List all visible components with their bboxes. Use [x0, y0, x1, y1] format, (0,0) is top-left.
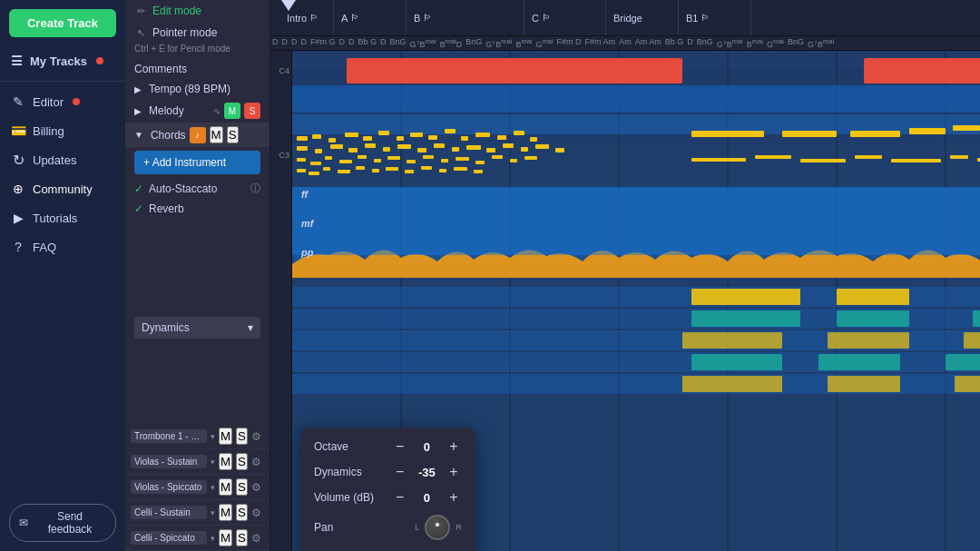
melody-m-button[interactable]: M — [224, 103, 240, 119]
note-label: F#m Am — [583, 37, 618, 49]
community-label: Community — [33, 182, 93, 196]
melody-row[interactable]: ▶ Melody ∿ M S — [125, 99, 270, 123]
celli-spiccato-gear-icon[interactable]: ⚙ — [251, 532, 264, 545]
svg-rect-62 — [374, 159, 381, 162]
celli-sustain-s-button[interactable]: S — [236, 504, 248, 521]
svg-rect-58 — [310, 162, 321, 165]
instrument-select-1[interactable]: Violas - Sustain — [131, 455, 207, 468]
chords-icon: ♪ — [190, 127, 206, 143]
melody-s-button[interactable]: S — [244, 103, 260, 119]
edit-mode-label: Edit mode — [152, 5, 201, 17]
note-label: D — [378, 37, 388, 49]
violas-sustain-s-button[interactable]: S — [236, 453, 248, 470]
list-item: Violas - Sustain ▾ M S ⚙ — [125, 449, 270, 475]
svg-rect-35 — [909, 128, 946, 134]
instrument-select-2[interactable]: Violas - Spiccato — [131, 480, 207, 494]
sidebar-item-community[interactable]: ⊕ Community — [0, 174, 125, 203]
send-feedback-icon: ✉ — [19, 517, 28, 529]
svg-rect-66 — [441, 159, 448, 162]
instrument-chevron-1: ▾ — [211, 458, 215, 467]
svg-rect-73 — [755, 155, 791, 159]
svg-rect-13 — [864, 58, 980, 84]
dynamics-dropdown[interactable]: Dynamics ▾ — [134, 317, 260, 339]
svg-rect-113 — [682, 376, 782, 392]
celli-spiccato-s-button[interactable]: S — [236, 529, 248, 546]
pan-r-label: R — [456, 523, 462, 532]
section-intro[interactable]: Intro 🏳 — [279, 0, 334, 35]
svg-rect-74 — [800, 159, 846, 162]
note-label: G⁷Bmai — [806, 37, 836, 49]
section-a[interactable]: A 🏳 — [334, 0, 407, 35]
chords-row[interactable]: ▼ Chords ♪ M S — [125, 123, 270, 147]
violas-spiccato-s-button[interactable]: S — [236, 478, 248, 496]
violas-spiccato-gear-icon[interactable]: ⚙ — [251, 481, 264, 494]
svg-rect-53 — [555, 148, 564, 153]
send-feedback-button[interactable]: ✉ Send feedback — [9, 504, 116, 542]
svg-rect-21 — [363, 136, 372, 141]
svg-rect-30 — [514, 131, 524, 135]
sidebar-item-billing[interactable]: 💳 Billing — [0, 116, 125, 145]
dynamics-param-label: Dynamics — [314, 466, 387, 478]
trombone-s-button[interactable]: S — [236, 428, 248, 445]
chords-s-button[interactable]: S — [227, 126, 239, 143]
svg-rect-41 — [348, 148, 358, 153]
melody-label: Melody — [149, 104, 210, 117]
create-track-button[interactable]: Create Track — [9, 9, 116, 37]
dynamics-minus-button[interactable]: − — [392, 464, 407, 480]
celli-sustain-m-button[interactable]: M — [219, 504, 232, 521]
chords-m-button[interactable]: M — [210, 126, 223, 143]
trombone-m-button[interactable]: M — [219, 428, 232, 445]
section-bridge[interactable]: Bridge — [606, 0, 679, 35]
svg-rect-51 — [521, 147, 528, 152]
octave-plus-button[interactable]: + — [446, 438, 461, 455]
dynamics-dropdown-arrow: ▾ — [248, 321, 253, 334]
reverb-item[interactable]: ✓ Reverb — [125, 199, 270, 219]
auto-staccato-info-icon[interactable]: ⓘ — [250, 182, 260, 195]
add-instrument-button[interactable]: + Add Instrument — [134, 151, 260, 174]
note-label: D — [347, 37, 357, 49]
svg-rect-44 — [397, 144, 411, 149]
edit-mode-button[interactable]: ✏ Edit mode — [125, 0, 270, 22]
svg-rect-102 — [837, 310, 909, 327]
comments-row[interactable]: Comments — [125, 59, 270, 79]
pan-knob[interactable] — [425, 515, 450, 540]
sidebar-item-faq[interactable]: ? FAQ — [0, 232, 125, 261]
celli-spiccato-m-button[interactable]: M — [219, 529, 232, 546]
celli-sustain-gear-icon[interactable]: ⚙ — [251, 507, 264, 519]
sidebar-item-tutorials[interactable]: ▶ Tutorials — [0, 203, 125, 232]
svg-rect-87 — [421, 166, 432, 170]
octave-minus-button[interactable]: − — [392, 438, 407, 455]
section-b[interactable]: B 🏳 — [407, 0, 524, 35]
reverb-check: ✓ — [134, 202, 143, 215]
volume-plus-button[interactable]: + — [446, 489, 461, 506]
pointer-mode-button[interactable]: ↖ Pointer mode — [125, 22, 270, 44]
timeline-header: Intro 🏳 A 🏳 B 🏳 C 🏳 Bridge B1 🏳 — [270, 0, 980, 36]
svg-rect-106 — [828, 332, 909, 349]
svg-rect-67 — [456, 157, 469, 161]
dynamics-plus-button[interactable]: + — [446, 464, 461, 480]
auto-staccato-item[interactable]: ✓ Auto-Staccato ⓘ — [125, 178, 270, 199]
instrument-select-0[interactable]: Trombone 1 - Susta — [131, 429, 207, 443]
section-b1[interactable]: B1 🏳 — [679, 0, 751, 35]
svg-rect-49 — [486, 148, 495, 153]
sidebar-hamburger[interactable]: ☰ My Tracks — [0, 46, 125, 75]
sidebar-item-updates[interactable]: ↻ Updates — [0, 145, 125, 174]
updates-icon: ↻ — [11, 153, 25, 167]
tracks-grid[interactable]: ff mf pp Octave − 0 + Dynamics − -35 + — [292, 51, 980, 551]
instrument-select-3[interactable]: Celli - Sustain — [131, 506, 207, 519]
panel: ✏ Edit mode ↖ Pointer mode Ctrl + E for … — [125, 0, 270, 551]
instrument-chevron-0: ▾ — [211, 432, 215, 441]
note-label: G⁷Bmai — [715, 37, 745, 49]
section-c[interactable]: C 🏳 — [524, 0, 606, 35]
piano-roll: C4 C3 — [270, 51, 980, 551]
volume-row: Volume (dB) − 0 + — [314, 489, 462, 506]
volume-minus-button[interactable]: − — [392, 489, 407, 506]
instrument-select-4[interactable]: Celli - Spiccato — [131, 531, 207, 545]
tempo-row[interactable]: ▶ Tempo (89 BPM) — [125, 79, 270, 99]
violas-sustain-m-button[interactable]: M — [219, 453, 232, 470]
trombone-gear-icon[interactable]: ⚙ — [251, 430, 264, 443]
violas-spiccato-m-button[interactable]: M — [219, 478, 232, 496]
note-label: BnG — [695, 37, 715, 49]
sidebar-item-editor[interactable]: ✎ Editor — [0, 87, 125, 116]
violas-sustain-gear-icon[interactable]: ⚙ — [251, 456, 264, 468]
